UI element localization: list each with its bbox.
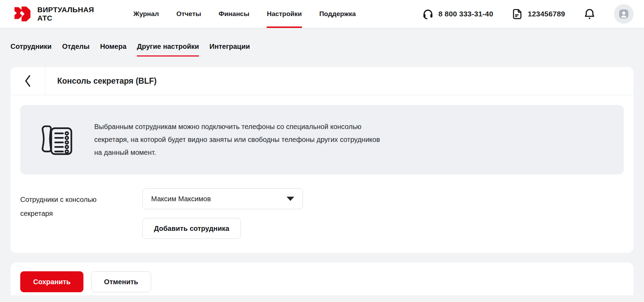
page-title: Консоль секретаря (BLF) bbox=[45, 67, 157, 95]
employees-console-form-row: Сотрудники с консолью секретаря Максим М… bbox=[20, 188, 624, 239]
header-right: 8 800 333-31-40 123456789 bbox=[422, 0, 634, 28]
nav-item-settings[interactable]: Настройки bbox=[267, 0, 302, 28]
blf-console-card: Консоль секретаря (BLF) bbox=[10, 67, 634, 253]
tab-label: Отделы bbox=[62, 43, 90, 50]
phone-console-icon bbox=[37, 123, 73, 156]
triangle-down-icon bbox=[287, 197, 294, 201]
chevron-left-icon bbox=[24, 74, 32, 88]
info-description: Выбранным сотрудникам можно подключить т… bbox=[94, 120, 389, 159]
support-phone: 8 800 333-31-40 bbox=[422, 8, 493, 20]
save-button[interactable]: Сохранить bbox=[20, 271, 83, 292]
employee-select-value: Максим Максимов bbox=[151, 195, 211, 203]
tab-label: Другие настройки bbox=[137, 43, 199, 50]
employees-console-label: Сотрудники с консолью секретаря bbox=[20, 188, 108, 239]
support-phone-number: 8 800 333-31-40 bbox=[438, 10, 493, 18]
bell-icon bbox=[583, 8, 596, 20]
tab-label: Интеграции bbox=[209, 43, 250, 50]
brand-name: ВИРТУАЛЬНАЯ АТС bbox=[37, 6, 94, 22]
card-body: Выбранным сотрудникам можно подключить т… bbox=[10, 95, 634, 253]
action-bar: Сохранить Отменить bbox=[10, 263, 634, 295]
brand-logo[interactable]: ВИРТУАЛЬНАЯ АТС bbox=[14, 0, 133, 28]
account-number: 123456789 bbox=[528, 10, 565, 18]
nav-item-label: Поддержка bbox=[319, 10, 356, 18]
tab-other-settings[interactable]: Другие настройки bbox=[137, 43, 199, 56]
info-box: Выбранным сотрудникам можно подключить т… bbox=[20, 105, 624, 174]
tab-integrations[interactable]: Интеграции bbox=[209, 43, 250, 56]
tab-label: Сотрудники bbox=[10, 43, 52, 50]
top-header: ВИРТУАЛЬНАЯ АТС Журнал Отчеты Финансы На… bbox=[0, 0, 644, 28]
back-button[interactable] bbox=[10, 67, 45, 95]
nav-item-label: Отчеты bbox=[176, 10, 201, 18]
logo-double-chevron-icon bbox=[14, 6, 32, 22]
tab-departments[interactable]: Отделы bbox=[62, 43, 90, 56]
nav-item-finance[interactable]: Финансы bbox=[219, 0, 249, 28]
tab-label: Номера bbox=[100, 43, 127, 50]
document-icon bbox=[511, 8, 523, 20]
card-header: Консоль секретаря (BLF) bbox=[10, 67, 634, 95]
nav-item-label: Журнал bbox=[133, 10, 159, 18]
headset-icon bbox=[422, 8, 434, 20]
tab-employees[interactable]: Сотрудники bbox=[10, 43, 52, 56]
profile-avatar[interactable] bbox=[614, 4, 634, 24]
main-nav: Журнал Отчеты Финансы Настройки Поддержк… bbox=[133, 0, 356, 28]
nav-item-reports[interactable]: Отчеты bbox=[176, 0, 201, 28]
nav-item-label: Настройки bbox=[267, 10, 302, 18]
account-number-block: 123456789 bbox=[511, 8, 565, 20]
employee-select[interactable]: Максим Максимов bbox=[142, 188, 303, 209]
add-employee-button[interactable]: Добавить сотрудника bbox=[142, 218, 241, 239]
person-avatar-icon bbox=[619, 9, 629, 19]
nav-item-label: Финансы bbox=[219, 10, 249, 18]
form-controls: Максим Максимов Добавить сотрудника bbox=[142, 188, 303, 239]
notifications-button[interactable] bbox=[583, 8, 596, 20]
nav-item-journal[interactable]: Журнал bbox=[133, 0, 159, 28]
cancel-button[interactable]: Отменить bbox=[91, 271, 151, 292]
brand-name-line1: ВИРТУАЛЬНАЯ bbox=[37, 6, 94, 14]
tab-numbers[interactable]: Номера bbox=[100, 43, 127, 56]
brand-name-line2: АТС bbox=[37, 14, 94, 22]
settings-tabs: Сотрудники Отделы Номера Другие настройк… bbox=[0, 28, 644, 56]
nav-item-support[interactable]: Поддержка bbox=[319, 0, 356, 28]
